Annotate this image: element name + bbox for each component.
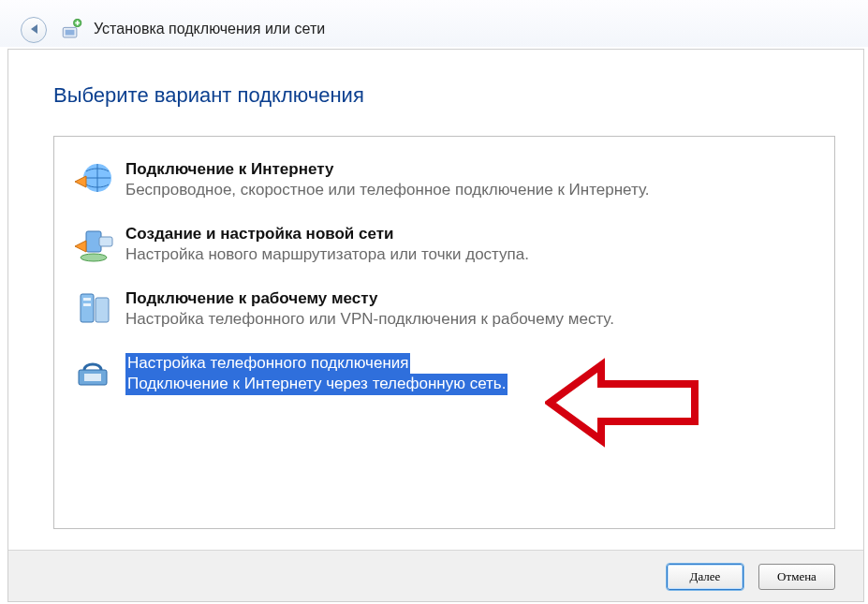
connection-options-list: Подключение к Интернету Беспроводное, ск… xyxy=(53,136,835,529)
option-dialup[interactable]: Настройка телефонного подключения Подклю… xyxy=(54,347,834,412)
next-button[interactable]: Далее xyxy=(667,564,743,590)
option-title: Подключение к Интернету xyxy=(125,159,650,180)
option-internet[interactable]: Подключение к Интернету Беспроводное, ск… xyxy=(54,154,834,218)
svg-rect-8 xyxy=(96,298,109,322)
svg-point-6 xyxy=(81,254,107,261)
option-desc: Подключение к Интернету через телефонную… xyxy=(125,374,508,395)
option-new-network[interactable]: Создание и настройка новой сети Настройк… xyxy=(54,218,834,283)
option-title: Настройка телефонного подключения xyxy=(125,353,410,374)
wizard-button-bar: Далее Отмена xyxy=(8,550,863,601)
router-icon xyxy=(71,224,116,265)
option-title: Создание и настройка новой сети xyxy=(125,224,529,244)
page-heading: Выберите вариант подключения xyxy=(53,83,364,108)
wizard-header: Установка подключения или сети xyxy=(0,0,868,47)
server-icon xyxy=(71,288,116,330)
phone-modem-icon xyxy=(71,353,116,394)
globe-icon xyxy=(71,159,116,200)
back-button[interactable] xyxy=(21,17,47,43)
option-workplace[interactable]: Подключение к рабочему месту Настройка т… xyxy=(54,283,834,347)
option-desc: Настройка нового маршрутизатора или точк… xyxy=(125,244,529,266)
option-title: Подключение к рабочему месту xyxy=(125,288,614,309)
option-desc: Настройка телефонного или VPN-подключени… xyxy=(125,309,614,331)
svg-rect-5 xyxy=(99,237,112,246)
wizard-body: Выберите вариант подключения Подключение… xyxy=(7,49,864,602)
wizard-title: Установка подключения или сети xyxy=(94,21,325,37)
svg-rect-9 xyxy=(83,298,91,301)
wizard-icon xyxy=(60,17,84,41)
svg-rect-1 xyxy=(66,30,75,36)
svg-rect-10 xyxy=(83,303,91,306)
svg-rect-12 xyxy=(84,374,101,381)
cancel-button[interactable]: Отмена xyxy=(758,564,835,590)
option-desc: Беспроводное, скоростное или телефонное … xyxy=(125,180,650,201)
